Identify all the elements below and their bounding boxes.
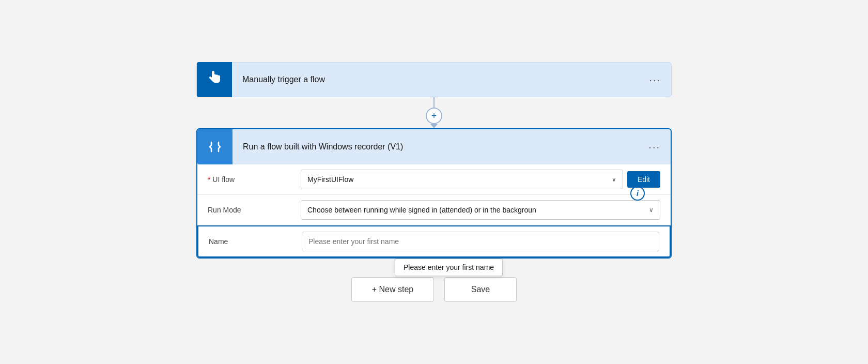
ui-flow-select[interactable]: MyFirstUIFlow ∨: [301, 170, 623, 189]
info-icon[interactable]: i: [630, 186, 645, 201]
ui-flow-value: MyFirstUIFlow: [307, 175, 612, 184]
trigger-icon-block: [197, 62, 232, 97]
run-mode-select[interactable]: Choose between running while signed in (…: [301, 200, 660, 220]
trigger-card: Manually trigger a flow ···: [196, 62, 672, 97]
run-mode-label: Run Mode: [208, 206, 301, 214]
tooltip-text: Please enter your first name: [404, 263, 494, 271]
name-label: Name: [209, 237, 302, 246]
name-control: Please enter your first name: [302, 232, 659, 251]
name-input[interactable]: [302, 232, 659, 251]
trigger-icon: [206, 69, 223, 90]
run-mode-value: Choose between running while signed in (…: [307, 206, 649, 214]
run-mode-arrow: ∨: [649, 206, 654, 214]
connector-line-top: [433, 97, 435, 108]
name-field-row: Name Please enter your first name: [197, 225, 671, 257]
action-card-header: Run a flow built with Windows recorder (…: [197, 129, 671, 164]
name-tooltip: Please enter your first name: [395, 259, 503, 276]
action-icon-block: [197, 129, 233, 164]
run-mode-control: Choose between running while signed in (…: [301, 200, 660, 220]
action-more-button[interactable]: ···: [638, 141, 671, 153]
required-marker: *: [208, 175, 212, 184]
run-mode-row: Run Mode Choose between running while si…: [197, 195, 671, 225]
save-button[interactable]: Save: [444, 277, 517, 302]
bottom-actions: + New step Save: [351, 277, 517, 302]
trigger-title: Manually trigger a flow: [232, 75, 639, 84]
plus-icon: +: [431, 111, 437, 122]
action-card: Run a flow built with Windows recorder (…: [196, 128, 672, 259]
canvas: Manually trigger a flow ··· + Run a flow…: [0, 0, 868, 364]
new-step-button[interactable]: + New step: [351, 277, 434, 302]
action-title: Run a flow built with Windows recorder (…: [233, 142, 638, 151]
action-card-body: * UI flow MyFirstUIFlow ∨ Edit Run Mode: [197, 164, 671, 257]
flow-container: Manually trigger a flow ··· + Run a flow…: [196, 62, 672, 302]
ui-flow-arrow: ∨: [612, 176, 616, 183]
trigger-more-button[interactable]: ···: [639, 74, 671, 86]
ui-flow-row: * UI flow MyFirstUIFlow ∨ Edit: [197, 164, 671, 195]
ui-flow-control: MyFirstUIFlow ∨ Edit: [301, 170, 660, 189]
ui-flow-label: * UI flow: [208, 175, 301, 184]
action-info-button[interactable]: i: [630, 186, 645, 201]
connector-plus[interactable]: +: [426, 108, 442, 124]
connector: +: [426, 97, 442, 128]
edit-button[interactable]: Edit: [627, 171, 660, 188]
connector-arrow: [430, 124, 438, 128]
